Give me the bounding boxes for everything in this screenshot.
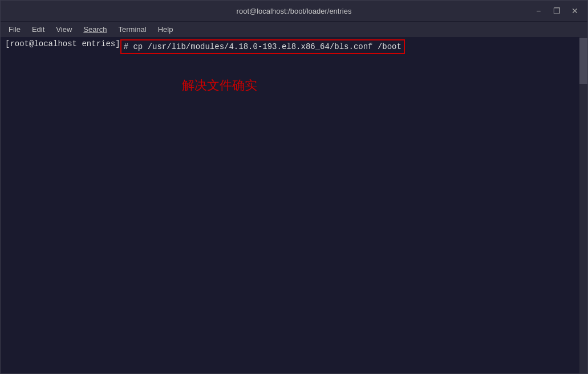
menu-bar: File Edit View Search Terminal Help bbox=[1, 21, 587, 37]
window-controls: − ❐ ✕ bbox=[530, 5, 583, 17]
command-highlight-box: # cp /usr/lib/modules/4.18.0-193.el8.x86… bbox=[120, 39, 405, 54]
menu-terminal[interactable]: Terminal bbox=[113, 24, 152, 35]
menu-help[interactable]: Help bbox=[152, 24, 179, 35]
terminal-prompt: [root@localhost entries] bbox=[5, 39, 120, 48]
terminal-line-1: [root@localhost entries] # cp /usr/lib/m… bbox=[5, 39, 583, 54]
scrollbar[interactable] bbox=[579, 37, 587, 373]
window-title: root@localhost:/boot/loader/entries bbox=[237, 7, 352, 15]
close-button[interactable]: ✕ bbox=[567, 5, 583, 17]
menu-file[interactable]: File bbox=[3, 24, 26, 35]
terminal-window: root@localhost:/boot/loader/entries − ❐ … bbox=[0, 0, 588, 374]
terminal-body[interactable]: [root@localhost entries] # cp /usr/lib/m… bbox=[1, 37, 587, 373]
annotation-label: 解决文件确实 bbox=[182, 77, 583, 94]
minimize-button[interactable]: − bbox=[530, 5, 546, 17]
title-bar: root@localhost:/boot/loader/entries − ❐ … bbox=[1, 1, 587, 21]
menu-search[interactable]: Search bbox=[78, 24, 112, 35]
terminal-command: # cp /usr/lib/modules/4.18.0-193.el8.x86… bbox=[124, 42, 402, 51]
maximize-button[interactable]: ❐ bbox=[549, 5, 565, 17]
menu-edit[interactable]: Edit bbox=[26, 24, 50, 35]
scrollbar-thumb[interactable] bbox=[579, 38, 587, 84]
menu-view[interactable]: View bbox=[50, 24, 78, 35]
